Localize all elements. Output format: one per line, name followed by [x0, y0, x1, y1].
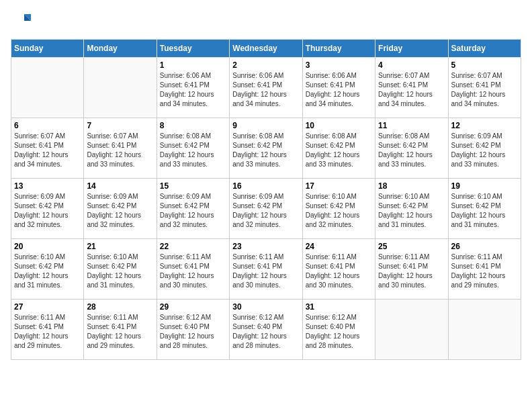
cell-content: Sunrise: 6:09 AM Sunset: 6:42 PM Dayligh… — [232, 192, 299, 230]
cell-content: Sunrise: 6:09 AM Sunset: 6:42 PM Dayligh… — [451, 132, 518, 169]
sunrise-text: Sunrise: 6:10 AM — [451, 193, 502, 200]
daylight-text: Daylight: 12 hours and 31 minutes. — [451, 212, 506, 228]
calendar-cell: 27 Sunrise: 6:11 AM Sunset: 6:41 PM Dayl… — [11, 300, 84, 360]
sunrise-text: Sunrise: 6:08 AM — [160, 132, 211, 140]
sunrise-text: Sunrise: 6:09 AM — [451, 132, 502, 140]
calendar-cell: 6 Sunrise: 6:07 AM Sunset: 6:41 PM Dayli… — [11, 118, 84, 179]
calendar-cell: 25 Sunrise: 6:11 AM Sunset: 6:41 PM Dayl… — [375, 239, 448, 300]
cell-content: Sunrise: 6:10 AM Sunset: 6:42 PM Dayligh… — [451, 192, 518, 230]
cell-content: Sunrise: 6:12 AM Sunset: 6:40 PM Dayligh… — [160, 313, 226, 351]
sunrise-text: Sunrise: 6:09 AM — [14, 193, 65, 200]
calendar-cell: 11 Sunrise: 6:08 AM Sunset: 6:42 PM Dayl… — [375, 118, 448, 179]
daylight-text: Daylight: 12 hours and 32 minutes. — [306, 212, 360, 228]
daylight-text: Daylight: 12 hours and 31 minutes. — [14, 272, 69, 289]
sunset-text: Sunset: 6:42 PM — [232, 142, 282, 149]
calendar-week-row: 6 Sunrise: 6:07 AM Sunset: 6:41 PM Dayli… — [11, 118, 521, 179]
calendar-cell: 18 Sunrise: 6:10 AM Sunset: 6:42 PM Dayl… — [375, 179, 448, 239]
sunrise-text: Sunrise: 6:11 AM — [451, 253, 502, 261]
sunrise-text: Sunrise: 6:06 AM — [306, 72, 357, 79]
weekday-header: Monday — [84, 40, 157, 58]
cell-content: Sunrise: 6:06 AM Sunset: 6:41 PM Dayligh… — [160, 71, 226, 109]
cell-content: Sunrise: 6:09 AM Sunset: 6:42 PM Dayligh… — [14, 192, 81, 230]
day-number: 10 — [306, 121, 372, 130]
sunset-text: Sunset: 6:42 PM — [160, 202, 210, 210]
sunrise-text: Sunrise: 6:06 AM — [160, 72, 211, 79]
sunrise-text: Sunrise: 6:08 AM — [232, 132, 283, 140]
cell-content: Sunrise: 6:11 AM Sunset: 6:41 PM Dayligh… — [451, 253, 518, 290]
day-number: 29 — [160, 302, 226, 312]
sunrise-text: Sunrise: 6:11 AM — [378, 253, 429, 261]
calendar-cell: 1 Sunrise: 6:06 AM Sunset: 6:41 PM Dayli… — [157, 58, 229, 118]
day-number: 23 — [232, 242, 299, 251]
daylight-text: Daylight: 12 hours and 34 minutes. — [378, 91, 433, 107]
cell-content: Sunrise: 6:07 AM Sunset: 6:41 PM Dayligh… — [14, 132, 81, 169]
logo-icon — [11, 11, 31, 31]
sunset-text: Sunset: 6:41 PM — [451, 263, 501, 270]
day-number: 28 — [87, 302, 153, 312]
sunset-text: Sunset: 6:41 PM — [232, 263, 282, 270]
cell-content: Sunrise: 6:10 AM Sunset: 6:42 PM Dayligh… — [87, 253, 153, 290]
calendar-cell — [84, 58, 157, 118]
sunrise-text: Sunrise: 6:06 AM — [232, 72, 283, 79]
logo — [11, 11, 32, 31]
day-number: 11 — [378, 121, 445, 130]
sunrise-text: Sunrise: 6:10 AM — [306, 193, 357, 200]
sunset-text: Sunset: 6:41 PM — [306, 263, 355, 270]
daylight-text: Daylight: 12 hours and 31 minutes. — [378, 212, 433, 228]
day-number: 8 — [160, 121, 226, 130]
calendar-cell: 17 Sunrise: 6:10 AM Sunset: 6:42 PM Dayl… — [302, 179, 375, 239]
cell-content: Sunrise: 6:11 AM Sunset: 6:41 PM Dayligh… — [306, 253, 372, 290]
calendar-cell: 19 Sunrise: 6:10 AM Sunset: 6:42 PM Dayl… — [448, 179, 521, 239]
calendar-table: SundayMondayTuesdayWednesdayThursdayFrid… — [11, 39, 521, 360]
day-number: 3 — [306, 60, 372, 70]
cell-content: Sunrise: 6:08 AM Sunset: 6:42 PM Dayligh… — [306, 132, 372, 169]
daylight-text: Daylight: 12 hours and 30 minutes. — [232, 272, 287, 289]
calendar-week-row: 1 Sunrise: 6:06 AM Sunset: 6:41 PM Dayli… — [11, 58, 521, 118]
weekday-header: Tuesday — [157, 40, 229, 58]
calendar-header-row: SundayMondayTuesdayWednesdayThursdayFrid… — [11, 40, 521, 58]
weekday-header: Wednesday — [230, 40, 302, 58]
sunrise-text: Sunrise: 6:11 AM — [14, 314, 65, 321]
calendar-cell: 31 Sunrise: 6:12 AM Sunset: 6:40 PM Dayl… — [302, 300, 375, 360]
day-number: 1 — [160, 60, 226, 70]
sunset-text: Sunset: 6:41 PM — [378, 263, 428, 270]
cell-content: Sunrise: 6:07 AM Sunset: 6:41 PM Dayligh… — [378, 71, 445, 109]
cell-content: Sunrise: 6:10 AM Sunset: 6:42 PM Dayligh… — [14, 253, 81, 290]
daylight-text: Daylight: 12 hours and 32 minutes. — [160, 212, 214, 228]
calendar-cell: 8 Sunrise: 6:08 AM Sunset: 6:42 PM Dayli… — [157, 118, 229, 179]
sunset-text: Sunset: 6:40 PM — [232, 323, 282, 330]
daylight-text: Daylight: 12 hours and 29 minutes. — [451, 272, 506, 289]
sunset-text: Sunset: 6:42 PM — [14, 202, 64, 210]
daylight-text: Daylight: 12 hours and 29 minutes. — [87, 332, 141, 349]
day-number: 15 — [160, 181, 226, 191]
cell-content: Sunrise: 6:10 AM Sunset: 6:42 PM Dayligh… — [378, 192, 445, 230]
cell-content: Sunrise: 6:11 AM Sunset: 6:41 PM Dayligh… — [160, 253, 226, 290]
calendar-cell: 2 Sunrise: 6:06 AM Sunset: 6:41 PM Dayli… — [230, 58, 302, 118]
sunset-text: Sunset: 6:41 PM — [378, 81, 428, 89]
day-number: 18 — [378, 181, 445, 191]
calendar-cell: 30 Sunrise: 6:12 AM Sunset: 6:40 PM Dayl… — [230, 300, 302, 360]
daylight-text: Daylight: 12 hours and 34 minutes. — [160, 91, 214, 107]
day-number: 13 — [14, 181, 81, 191]
daylight-text: Daylight: 12 hours and 30 minutes. — [378, 272, 433, 289]
sunrise-text: Sunrise: 6:07 AM — [14, 132, 65, 140]
sunrise-text: Sunrise: 6:12 AM — [306, 314, 357, 321]
cell-content: Sunrise: 6:12 AM Sunset: 6:40 PM Dayligh… — [232, 313, 299, 351]
cell-content: Sunrise: 6:06 AM Sunset: 6:41 PM Dayligh… — [306, 71, 372, 109]
weekday-header: Friday — [375, 40, 448, 58]
sunrise-text: Sunrise: 6:11 AM — [306, 253, 357, 261]
daylight-text: Daylight: 12 hours and 32 minutes. — [87, 212, 141, 228]
calendar-cell: 22 Sunrise: 6:11 AM Sunset: 6:41 PM Dayl… — [157, 239, 229, 300]
sunset-text: Sunset: 6:42 PM — [378, 142, 428, 149]
cell-content: Sunrise: 6:09 AM Sunset: 6:42 PM Dayligh… — [87, 192, 153, 230]
sunrise-text: Sunrise: 6:07 AM — [451, 72, 502, 79]
day-number: 27 — [14, 302, 81, 312]
calendar-cell: 12 Sunrise: 6:09 AM Sunset: 6:42 PM Dayl… — [448, 118, 521, 179]
daylight-text: Daylight: 12 hours and 28 minutes. — [160, 332, 214, 349]
cell-content: Sunrise: 6:11 AM Sunset: 6:41 PM Dayligh… — [14, 313, 81, 351]
calendar-cell — [375, 300, 448, 360]
daylight-text: Daylight: 12 hours and 33 minutes. — [232, 151, 287, 168]
day-number: 12 — [451, 121, 518, 130]
day-number: 19 — [451, 181, 518, 191]
sunset-text: Sunset: 6:41 PM — [14, 323, 64, 330]
